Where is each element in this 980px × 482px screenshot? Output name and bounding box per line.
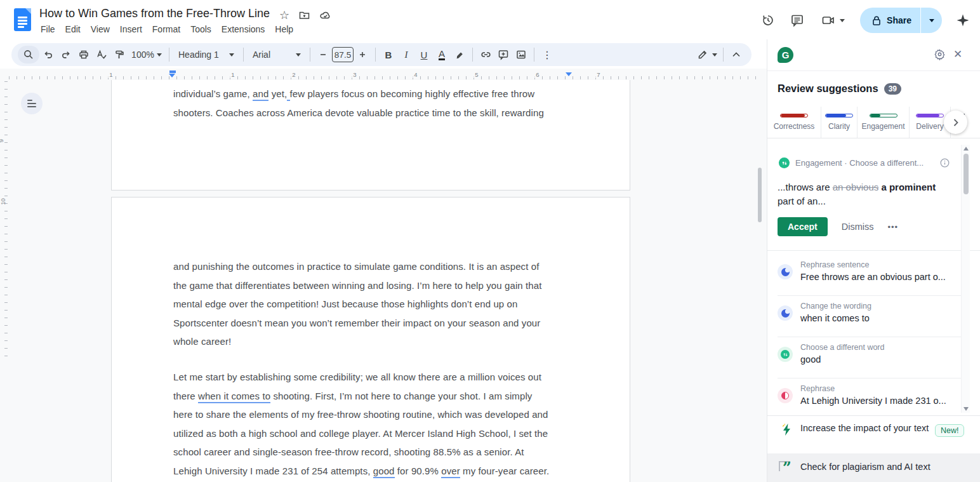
redo-button[interactable]: [57, 46, 75, 64]
menu-insert[interactable]: Insert: [115, 23, 147, 36]
menu-help[interactable]: Help: [270, 23, 298, 36]
spellcheck-icon: [96, 49, 107, 60]
ruler-number: 4: [413, 71, 418, 78]
more-options-button[interactable]: •••: [887, 222, 898, 232]
rewrite-icon: [778, 264, 793, 279]
scroll-up-arrow[interactable]: [963, 147, 969, 151]
editing-mode-select[interactable]: [695, 46, 719, 64]
more-toolbar-options-button[interactable]: ⋮: [538, 46, 556, 64]
font-size-input[interactable]: 87.5: [332, 47, 354, 62]
suggestion-category-label: Engagement · Choose a different...: [795, 158, 924, 168]
insert-image-button[interactable]: [512, 46, 530, 64]
lock-icon: [871, 15, 882, 26]
accept-button[interactable]: Accept: [778, 217, 828, 236]
print-icon: [78, 49, 89, 60]
suggestion-item-rephrase-sentence[interactable]: Rephrase sentence Free throws are an obv…: [767, 255, 980, 296]
hide-menus-button[interactable]: [727, 46, 745, 64]
share-button[interactable]: Share: [860, 8, 920, 33]
menu-edit[interactable]: Edit: [60, 23, 86, 36]
chevron-up-icon: [732, 51, 741, 58]
document-outline-button[interactable]: [21, 93, 43, 114]
meet-video-call-button[interactable]: [818, 12, 847, 29]
sidebar-scrollbar[interactable]: [961, 145, 970, 413]
undo-button[interactable]: [39, 46, 57, 64]
right-indent-marker[interactable]: [566, 72, 572, 76]
tabs-scroll-right-button[interactable]: [944, 110, 967, 134]
comments-icon[interactable]: [789, 12, 805, 29]
plagiarism-check-row[interactable]: ” Check for plagiarism and AI text: [767, 453, 980, 482]
page1-paragraph[interactable]: individual’s game, and yet, few players …: [173, 84, 579, 123]
ruler-number: 2: [291, 71, 296, 78]
suggestion-count-badge: 39: [884, 83, 901, 95]
document-page-2[interactable]: and punishing the outcomes in practice t…: [111, 197, 630, 482]
share-label: Share: [887, 15, 911, 25]
menu-extensions[interactable]: Extensions: [216, 23, 270, 36]
bold-button[interactable]: B: [380, 46, 397, 64]
zoom-select[interactable]: 100%: [128, 46, 165, 64]
dismiss-button[interactable]: Dismiss: [842, 222, 874, 232]
paragraph-style-select[interactable]: Heading 1: [173, 46, 239, 64]
version-history-icon[interactable]: [760, 12, 776, 29]
word-swap-icon: [778, 347, 793, 362]
increase-impact-row[interactable]: Increase the impact of your text New!: [767, 417, 980, 453]
suggestion-item-different-word[interactable]: Choose a different word good: [767, 337, 980, 378]
tab-correctness[interactable]: Correctness: [767, 107, 821, 138]
document-title[interactable]: How to Win Games from the Free-Throw Lin…: [39, 7, 270, 20]
star-icon[interactable]: ☆: [279, 10, 289, 21]
gear-icon[interactable]: [934, 48, 946, 60]
decrease-font-size-button[interactable]: [314, 46, 332, 64]
share-dropdown-button[interactable]: [920, 8, 942, 33]
tab-engagement[interactable]: Engagement: [858, 107, 910, 138]
menu-format[interactable]: Format: [147, 23, 185, 36]
italic-button[interactable]: I: [397, 46, 415, 64]
menu-tools[interactable]: Tools: [185, 23, 216, 36]
cloud-saved-icon[interactable]: [319, 10, 332, 21]
document-scrollbar-thumb[interactable]: [758, 168, 762, 222]
first-line-indent-marker[interactable]: [169, 70, 176, 73]
insert-link-button[interactable]: [477, 46, 494, 64]
text-color-button[interactable]: A: [433, 46, 451, 64]
image-icon: [515, 49, 527, 60]
spelling-check-button[interactable]: [93, 46, 110, 64]
grammarly-sidebar: G ✕ Review suggestions 39 Correctness Cl…: [767, 39, 980, 482]
search-menus-button[interactable]: [18, 46, 39, 64]
vertical-ruler[interactable]: 9 10: [0, 81, 8, 361]
gemini-sparkle-icon[interactable]: [955, 12, 971, 29]
info-icon[interactable]: [940, 158, 950, 168]
google-docs-logo[interactable]: [14, 8, 31, 31]
toolbar-strip: 100% Heading 1 Arial 87.5 B I U A: [0, 39, 767, 69]
chevron-down-icon: [712, 53, 717, 57]
underline-button[interactable]: U: [415, 46, 433, 64]
ruler-number: 10: [0, 198, 6, 205]
ruler-number: 1: [230, 71, 235, 78]
paint-roller-icon: [114, 49, 125, 60]
suggestion-list: Rephrase sentence Free throws are an obv…: [767, 250, 980, 251]
page2-paragraph-2[interactable]: Let me start by establishing some credib…: [173, 368, 579, 480]
chevron-down-icon: [229, 53, 234, 57]
add-comment-button[interactable]: [494, 46, 512, 64]
document-page-1[interactable]: individual’s game, and yet, few players …: [111, 80, 630, 191]
increase-font-size-button[interactable]: [354, 46, 371, 64]
font-family-value: Arial: [253, 50, 270, 60]
meet-dropdown-caret[interactable]: [840, 19, 845, 22]
search-icon: [23, 49, 34, 60]
move-folder-icon[interactable]: [298, 10, 310, 21]
menu-file[interactable]: File: [36, 23, 60, 36]
page2-paragraph-1[interactable]: and punishing the outcomes in practice t…: [173, 257, 579, 351]
scroll-down-arrow[interactable]: [963, 407, 969, 411]
paint-format-button[interactable]: [110, 46, 128, 64]
suggestion-item-change-wording[interactable]: Change the wording when it comes to: [767, 296, 980, 337]
left-indent-marker[interactable]: [169, 74, 175, 77]
menu-view[interactable]: View: [86, 23, 115, 36]
suggestion-item-rephrase[interactable]: Rephrase At Lehigh University I made 231…: [767, 378, 980, 420]
print-button[interactable]: [75, 46, 93, 64]
increase-impact-label: Increase the impact of your text: [800, 422, 944, 435]
ruler-number: 1: [108, 71, 114, 78]
horizontal-ruler[interactable]: 1 1 2 3 4 5 6 7: [0, 70, 767, 80]
tab-clarity[interactable]: Clarity: [821, 107, 858, 138]
ruler-number: 9: [0, 139, 4, 142]
sidebar-scrollbar-thumb[interactable]: [963, 154, 969, 194]
highlight-color-button[interactable]: [451, 46, 468, 64]
close-icon[interactable]: ✕: [953, 49, 962, 60]
font-family-select[interactable]: Arial: [248, 46, 306, 64]
